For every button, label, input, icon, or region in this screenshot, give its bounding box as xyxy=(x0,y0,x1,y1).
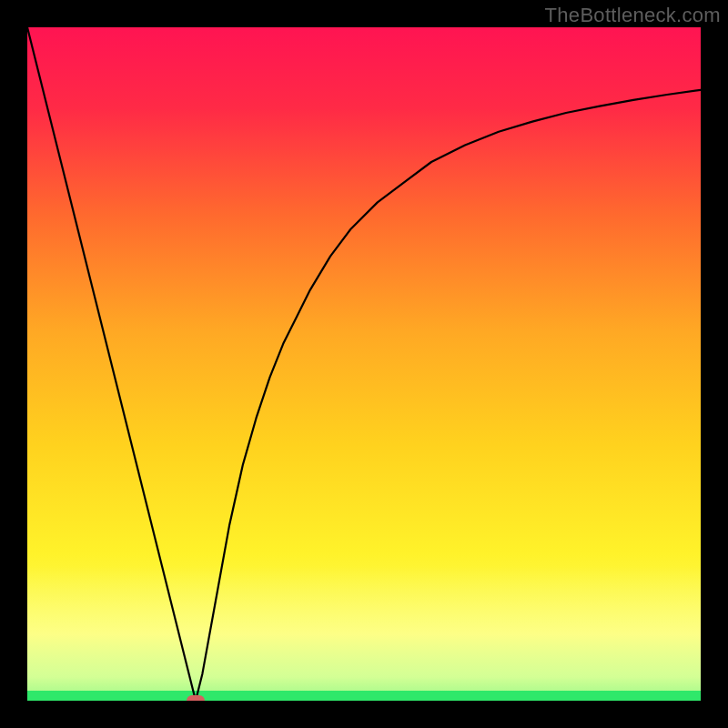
optimum-marker xyxy=(187,695,205,701)
plot-area xyxy=(27,27,701,701)
chart-frame: TheBottleneck.com xyxy=(0,0,728,728)
bottleneck-curve xyxy=(27,27,701,701)
watermark: TheBottleneck.com xyxy=(545,4,721,27)
